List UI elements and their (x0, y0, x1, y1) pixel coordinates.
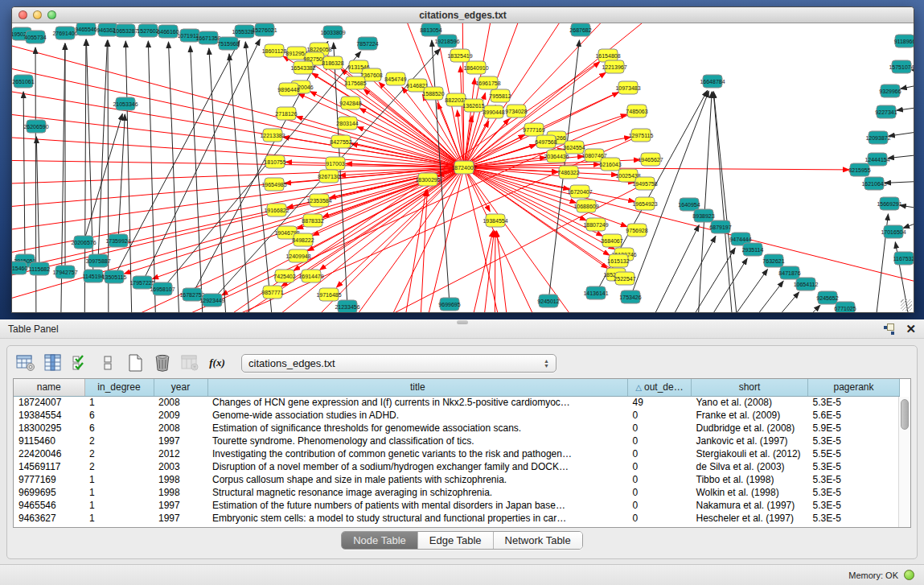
graph-node-yellow[interactable]: 8454749 (384, 72, 406, 85)
table-cell[interactable]: 0 (628, 409, 692, 422)
graph-node-yellow[interactable]: 7425402 (273, 270, 295, 282)
graph-node-teal[interactable]: 16648784 (700, 75, 725, 88)
graph-node-teal[interactable]: 1115682 (29, 262, 50, 275)
graph-node-yellow[interactable]: 6216043 (599, 158, 621, 171)
table-row[interactable]: 969969511998Structural magnetic resonanc… (14, 486, 900, 499)
graph-node-teal[interactable]: 7515968 (217, 37, 239, 50)
graph-node-yellow[interactable]: 7486322 (557, 166, 579, 179)
table-cell[interactable]: 2 (84, 447, 154, 460)
graph-node-teal[interactable]: 6466160 (157, 25, 179, 38)
graph-node-yellow[interactable]: 8990448 (483, 105, 504, 118)
table-settings-icon[interactable] (14, 352, 37, 373)
graph-node-teal[interactable]: 4055734 (24, 31, 46, 43)
graph-node-teal[interactable]: 9118966 (894, 35, 914, 47)
graph-node-yellow[interactable]: 12409948 (285, 249, 310, 262)
graph-node-yellow[interactable]: 19495758 (632, 177, 657, 190)
table-cell[interactable]: 2 (84, 460, 154, 473)
table-cell[interactable]: Franke et al. (2009) (692, 409, 808, 422)
scrollbar-thumb[interactable] (901, 399, 909, 430)
graph-node-teal[interactable]: 10653287 (113, 24, 138, 37)
table-cell[interactable]: 2 (84, 435, 154, 447)
show-columns-icon[interactable] (42, 352, 64, 373)
table-cell[interactable]: 19384554 (14, 409, 84, 422)
graph-node-yellow[interactable]: 9242848 (339, 97, 361, 109)
graph-node-yellow[interactable]: 12353584 (306, 194, 331, 207)
table-cell[interactable]: 1997 (154, 499, 207, 512)
graph-node-teal[interactable]: 1167532 (893, 252, 914, 265)
graph-node-teal[interactable]: 9699695 (438, 298, 460, 311)
graph-node-yellow[interactable]: 18724007 (451, 161, 476, 174)
table-cell[interactable]: Jankovic et al. (1997) (692, 435, 808, 447)
table-cell[interactable]: Hescheler et al. (1997) (692, 512, 808, 525)
graph-node-teal[interactable]: 9115460 (12, 262, 27, 274)
table-cell[interactable]: 2003 (154, 460, 207, 473)
graph-node-teal[interactable]: 21053346 (113, 97, 138, 110)
graph-node-yellow[interactable]: 12213967 (602, 60, 626, 73)
graph-node-yellow[interactable]: 7955812 (489, 89, 511, 102)
graph-node-teal[interactable]: 12923449 (199, 294, 224, 307)
graph-node-teal[interactable]: 7857224 (356, 37, 378, 50)
graph-node-teal[interactable]: 9245652 (816, 291, 838, 304)
node-table[interactable]: namein_degreeyeartitle△out_de…shortpager… (13, 378, 911, 528)
graph-node-teal[interactable]: 30975887 (85, 254, 110, 267)
window-titlebar[interactable]: citations_edges.txt (12, 7, 914, 23)
table-cell[interactable]: 5.9E-5 (808, 422, 900, 435)
graph-node-yellow[interactable]: 1810755 (264, 155, 285, 168)
network-canvas[interactable]: 1872400718601128891295418226058982750881… (12, 23, 914, 312)
graph-node-yellow[interactable]: 9756928 (626, 224, 647, 237)
table-cell[interactable]: 1 (84, 512, 154, 525)
tab-edge-table[interactable]: Edge Table (418, 532, 494, 549)
graph-node-yellow[interactable]: 2718126 (275, 107, 297, 120)
table-row[interactable]: 1872400712008Changes of HCN gene express… (14, 396, 900, 409)
graph-node-teal[interactable]: 14136141 (583, 286, 608, 299)
graph-node-teal[interactable]: 8215955 (848, 163, 870, 176)
graph-node-yellow[interactable]: 917003 (326, 157, 345, 170)
graph-node-teal[interactable]: 9227341 (875, 105, 897, 118)
graph-node-teal[interactable]: 12444154 (864, 153, 889, 166)
table-cell[interactable]: 5.3E-5 (808, 396, 900, 409)
graph-node-yellow[interactable]: 16720407 (567, 185, 592, 198)
graph-node-yellow[interactable]: 10973483 (615, 81, 640, 94)
table-cell[interactable]: 2012 (154, 447, 207, 460)
graph-node-teal[interactable]: 17359924 (105, 234, 130, 247)
graph-node-yellow[interactable]: 19384554 (483, 214, 507, 227)
table-cell[interactable]: 1 (84, 486, 154, 499)
table-cell[interactable]: 6 (84, 422, 154, 435)
graph-node-yellow[interactable]: 16914479 (298, 270, 323, 282)
table-vertical-scrollbar[interactable] (898, 397, 910, 527)
table-cell[interactable]: 1 (84, 473, 154, 486)
table-cell[interactable]: Corpus callosum shape and size in male p… (207, 473, 628, 486)
table-cell[interactable]: 5.3E-5 (808, 435, 900, 447)
minimize-window-icon[interactable] (33, 10, 42, 19)
table-cell[interactable]: 9699695 (14, 486, 84, 499)
graph-node-teal[interactable]: 17016504 (881, 225, 906, 238)
graph-node-teal[interactable]: 21233456 (335, 300, 359, 312)
graph-node-yellow[interactable]: 18300295 (415, 173, 440, 186)
table-cell[interactable]: 5.3E-5 (808, 499, 900, 512)
splitter-handle[interactable] (457, 320, 468, 324)
table-cell[interactable]: 0 (628, 422, 692, 435)
table-cell[interactable]: Genome-wide association studies in ADHD. (207, 409, 628, 422)
table-cell[interactable]: 18300295 (14, 422, 84, 435)
table-cell[interactable]: 9777169 (14, 473, 84, 486)
graph-node-yellow[interactable]: 1362615 (462, 99, 484, 112)
graph-node-yellow[interactable]: 18640910 (463, 61, 488, 74)
table-cell[interactable]: Estimation of the future numbers of pati… (207, 499, 628, 512)
graph-node-yellow[interactable]: 1615132 (607, 254, 629, 267)
table-row[interactable]: 946362711997Embryonic stem cells: a mode… (14, 512, 900, 525)
table-cell[interactable]: Investigating the contribution of common… (207, 447, 628, 460)
graph-node-teal[interactable]: 15276021 (252, 23, 277, 36)
graph-node-teal[interactable]: 8471876 (778, 266, 800, 279)
table-row[interactable]: 1456911722003Disruption of a novel membe… (14, 460, 900, 473)
table-cell[interactable]: Changes of HCN gene expression and I(f) … (207, 396, 628, 409)
graph-node-teal[interactable]: 9245012 (537, 295, 559, 307)
graph-node-teal[interactable]: 16958107 (150, 282, 175, 295)
table-cell[interactable]: 5.3E-5 (808, 473, 900, 486)
network-view-window[interactable]: citations_edges.txt 18724007186011288912… (11, 6, 914, 313)
zoom-window-icon[interactable] (47, 10, 56, 19)
graph-node-teal[interactable]: 27691406 (52, 27, 77, 39)
table-cell[interactable]: 18724007 (14, 396, 84, 409)
tab-node-table[interactable]: Node Table (342, 532, 418, 549)
table-cell[interactable]: 1997 (154, 435, 207, 447)
graph-node-teal[interactable]: 1753426 (619, 290, 641, 303)
